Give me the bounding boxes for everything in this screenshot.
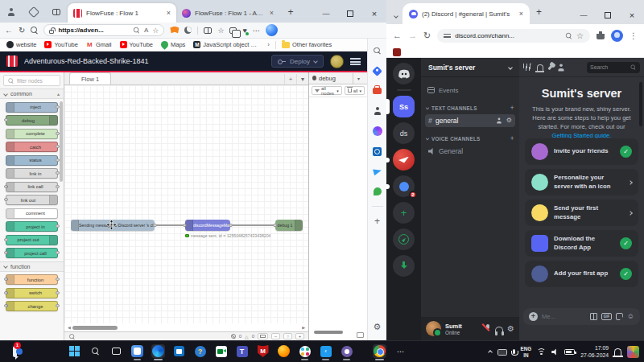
zoom-icon[interactable] (566, 32, 572, 38)
palette-node-link-out[interactable]: link out (6, 195, 58, 205)
firefox-icon[interactable] (277, 344, 291, 358)
voice-channel-general[interactable]: General (425, 145, 515, 158)
display-tray-icon[interactable] (497, 349, 507, 356)
chrome-taskbar-icon[interactable] (373, 344, 386, 358)
hidden-icons-chevron[interactable] (488, 350, 493, 355)
invite-people-icon[interactable] (496, 118, 502, 124)
notifications-bell-icon[interactable] (614, 348, 621, 356)
channel-settings-gear-icon[interactable]: ⚙ (506, 117, 512, 124)
address-bar[interactable]: https://adven... A ☆ (43, 24, 164, 36)
palette-section-common[interactable]: common ▴ (0, 88, 64, 99)
vscode-icon[interactable]: ‹ (319, 344, 332, 358)
widgets-icon[interactable] (130, 344, 144, 358)
main-scrollbar[interactable] (639, 82, 642, 126)
bookmark-js-object[interactable]: MJavaScript object ba... (193, 41, 259, 48)
attach-plus-icon[interactable]: + (529, 312, 538, 321)
member-list-icon[interactable] (557, 64, 565, 72)
errors-icon[interactable] (231, 334, 236, 339)
server-icon-red[interactable] (393, 149, 415, 171)
server-header[interactable]: Sumit's server (421, 58, 519, 77)
palette-filter-input[interactable] (17, 78, 57, 84)
refresh-icon[interactable]: ↻ (19, 26, 25, 35)
download-apps-button[interactable] (393, 255, 415, 277)
slack-icon[interactable] (298, 344, 312, 358)
wifi-icon[interactable] (537, 348, 546, 356)
palette-node-status[interactable]: status (6, 155, 58, 166)
canvas-hscrollbar[interactable]: ◀ ▶ (68, 325, 305, 330)
games-icon[interactable] (372, 105, 383, 117)
taskbar-overflow-icon[interactable]: ⋯ (394, 344, 407, 358)
close-window-button[interactable]: × (362, 5, 386, 23)
browser-tab-discord[interactable]: (2) Discord | #general | Sumit's × (402, 3, 530, 24)
search-input[interactable] (590, 64, 627, 70)
browser-tab-flowfuse-1[interactable]: FlowFuse : Flow 1 × (68, 3, 176, 23)
card-invite-friends[interactable]: Invite your friends ✓ (525, 138, 638, 165)
user-avatar[interactable] (330, 55, 344, 68)
card-send-first-message[interactable]: Send your first message (525, 200, 638, 226)
back-icon[interactable]: ← (5, 26, 13, 35)
server-icon-ds[interactable]: ds (393, 122, 415, 144)
task-view-icon[interactable] (109, 344, 123, 358)
tab-actions-icon[interactable] (50, 6, 63, 19)
outlook-icon[interactable] (372, 146, 383, 157)
gift-icon[interactable] (590, 313, 597, 320)
canvas-search-icon[interactable] (69, 334, 75, 339)
favorite-star-icon[interactable]: ☆ (152, 27, 159, 35)
palette-filter[interactable] (3, 75, 60, 86)
sidebar-settings-gear-icon[interactable]: ⚙ (372, 321, 383, 332)
address-bar[interactable]: discord.com/chann... ☆ (437, 29, 590, 43)
back-icon[interactable]: ← (393, 31, 402, 40)
tab-search-icon[interactable] (394, 14, 398, 19)
debug-popout-icon[interactable] (357, 332, 364, 338)
close-tab-icon[interactable]: × (270, 9, 274, 17)
extensions-icon[interactable] (597, 31, 605, 39)
emoji-picker-icon[interactable]: ☺ (627, 313, 634, 320)
palette-node-function[interactable]: function (6, 274, 58, 285)
copilot-icon[interactable] (266, 24, 278, 36)
card-add-first-app[interactable]: Add your first app ✓ (525, 261, 638, 287)
sidebar-search-icon[interactable] (372, 45, 383, 56)
add-flow-icon[interactable]: + (284, 74, 296, 84)
zoom-in-icon[interactable]: + (295, 333, 304, 339)
scroll-right-icon[interactable]: ▶ (302, 325, 305, 330)
favorites-icon[interactable]: ☆ (217, 27, 224, 35)
new-tab-icon[interactable]: + (284, 6, 297, 19)
collections-icon[interactable] (229, 27, 237, 34)
tools-icon[interactable] (372, 85, 383, 97)
help-app-icon[interactable]: ? (193, 344, 207, 358)
microphone-muted-icon[interactable] (484, 324, 491, 333)
forward-icon[interactable]: → (408, 31, 417, 40)
bookmark-youtube[interactable]: YouTube (44, 41, 77, 48)
sidebar-menu-icon[interactable]: ▾ (353, 73, 364, 84)
other-favorites-folder[interactable]: Other favorites (282, 41, 332, 48)
debug-filter-nodes-dropdown[interactable]: all nodes▾ (312, 86, 342, 95)
workspaces-icon[interactable] (27, 6, 40, 19)
new-tab-icon[interactable]: + (536, 6, 542, 18)
shopping-tag-icon[interactable] (372, 65, 383, 76)
bookmark-maps[interactable]: Maps (161, 41, 185, 48)
palette-node-link-call[interactable]: link call (6, 182, 58, 192)
plant-icon[interactable] (372, 186, 383, 197)
close-tab-icon[interactable]: × (519, 10, 523, 18)
gif-picker-icon[interactable]: GIF (601, 313, 612, 320)
microsoft-store-icon[interactable] (172, 344, 186, 358)
close-tab-icon[interactable]: × (167, 9, 171, 17)
notifications-bell-icon[interactable] (537, 64, 543, 71)
voice-channels-category[interactable]: VOICE CHANNELS + (421, 134, 519, 143)
flow-workspace[interactable]: Sending message to Discord server 's cha… (64, 85, 308, 323)
read-aloud-icon[interactable]: A (144, 27, 148, 34)
search-icon[interactable] (31, 27, 38, 34)
maximize-button[interactable] (338, 5, 362, 23)
close-window-button[interactable]: × (620, 6, 644, 24)
minimize-button[interactable]: — (572, 6, 596, 24)
palette-section-function[interactable]: function (0, 261, 64, 272)
edge-taskbar-icon[interactable] (151, 344, 165, 358)
channel-general[interactable]: # general ⚙ (425, 114, 515, 127)
deploy-button[interactable]: Deploy (271, 55, 324, 68)
zoom-out-icon[interactable]: − (271, 333, 280, 339)
split-screen-icon[interactable] (204, 27, 212, 34)
start-button[interactable] (68, 344, 81, 358)
palette-node-change[interactable]: change (6, 301, 58, 311)
scroll-left-icon[interactable]: ◀ (68, 325, 71, 330)
events-item[interactable]: Events (421, 84, 519, 97)
